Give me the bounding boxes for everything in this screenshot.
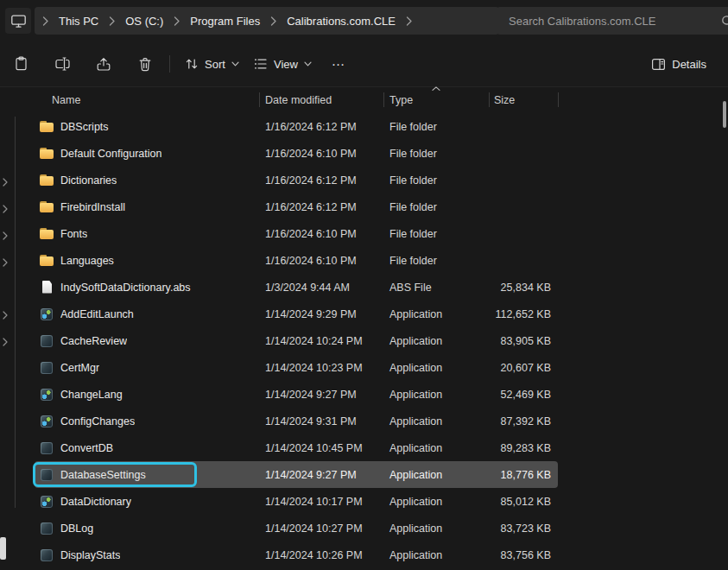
file-size: 89,283 KB — [489, 434, 558, 461]
column-header-date-modified[interactable]: Date modified — [259, 86, 383, 113]
file-row[interactable]: CacheReview 1/14/2024 10:24 PM Applicati… — [35, 327, 558, 354]
file-name-cell: Fonts — [35, 220, 259, 247]
tree-expand-chevron-icon[interactable] — [3, 205, 8, 213]
details-button-label: Details — [672, 58, 706, 71]
search-input[interactable] — [507, 14, 721, 28]
file-name: DBLog — [60, 522, 93, 535]
ellipsis-icon: … — [332, 54, 346, 74]
column-header-label: Date modified — [265, 94, 332, 106]
file-row[interactable]: Default Configuration 1/16/2024 6:10 PM … — [35, 140, 558, 167]
chevron-right-icon[interactable] — [171, 16, 182, 26]
search-icon[interactable] — [721, 15, 728, 28]
file-name: FirebirdInstall — [60, 201, 125, 213]
folder-icon — [40, 174, 54, 187]
file-name: DataDictionary — [60, 496, 131, 508]
column-header-name[interactable]: Name — [35, 86, 259, 113]
file-size: 83,723 KB — [489, 515, 558, 542]
vertical-scrollbar[interactable] — [721, 86, 728, 570]
scrollbar-thumb[interactable] — [723, 101, 726, 128]
tree-expand-chevron-icon[interactable] — [3, 231, 8, 240]
file-type: Application — [383, 408, 489, 434]
file-type: File folder — [383, 167, 489, 193]
file-type: File folder — [383, 113, 489, 140]
file-row[interactable]: DBLog 1/14/2024 10:27 PM Application 83,… — [35, 515, 558, 542]
file-size: 85,012 KB — [489, 488, 558, 515]
tree-expand-chevron-icon[interactable] — [3, 178, 8, 187]
column-resize-divider[interactable] — [259, 92, 260, 107]
sort-arrows-icon — [185, 57, 199, 71]
file-row[interactable]: CertMgr 1/14/2024 10:23 PM Application 2… — [35, 354, 558, 381]
file-type: ABS File — [383, 274, 489, 301]
file-row[interactable]: Languages 1/16/2024 6:10 PM File folder — [35, 247, 558, 274]
file-type: File folder — [383, 193, 489, 220]
this-pc-button[interactable] — [5, 8, 31, 34]
breadcrumb-item-calibrations[interactable]: Calibrations.com.CLE — [279, 10, 403, 32]
file-date-modified: 1/14/2024 9:31 PM — [259, 408, 383, 434]
chevron-right-icon[interactable] — [106, 16, 117, 26]
file-type: Application — [383, 434, 489, 461]
sort-button[interactable]: Sort — [178, 50, 246, 78]
file-row[interactable]: ChangeLang 1/14/2024 9:27 PM Application… — [35, 381, 558, 408]
file-name-cell: ChangeLang — [35, 381, 259, 408]
delete-button[interactable] — [131, 50, 159, 78]
details-button[interactable]: Details — [644, 50, 719, 78]
file-name: DBScripts — [60, 121, 109, 133]
application-icon — [40, 307, 54, 321]
file-row[interactable]: DisplayStats 1/14/2024 10:26 PM Applicat… — [35, 542, 558, 568]
paste-button[interactable] — [7, 50, 35, 78]
more-options-button[interactable]: … — [325, 50, 352, 78]
tree-expand-chevron-icon[interactable] — [3, 311, 8, 320]
share-button[interactable] — [90, 50, 117, 78]
application-icon — [40, 522, 54, 535]
file-name: ChangeLang — [60, 389, 123, 401]
chevron-right-icon[interactable] — [268, 16, 279, 26]
nav-pane-scrollbar-thumb[interactable] — [0, 537, 6, 560]
view-list-icon — [254, 58, 268, 70]
file-row[interactable]: Dictionaries 1/16/2024 6:12 PM File fold… — [35, 167, 558, 193]
file-size: 52,469 KB — [489, 381, 558, 408]
file-row[interactable]: DataDictionary 1/14/2024 10:17 PM Applic… — [35, 488, 558, 515]
column-resize-divider[interactable] — [489, 92, 490, 107]
column-resize-divider[interactable] — [558, 92, 559, 107]
column-resize-divider[interactable] — [383, 92, 384, 107]
file-type: Application — [383, 515, 489, 542]
file-row[interactable]: ConvertDB 1/14/2024 10:45 PM Application… — [35, 434, 558, 461]
file-date-modified: 1/14/2024 9:27 PM — [259, 461, 383, 488]
breadcrumb-item-this-pc[interactable]: This PC — [51, 10, 106, 32]
file-type: Application — [383, 354, 489, 381]
file-size — [489, 247, 558, 274]
breadcrumb-item-program-files[interactable]: Program Files — [182, 10, 268, 32]
file-date-modified: 1/16/2024 6:12 PM — [259, 113, 383, 140]
file-row[interactable]: FirebirdInstall 1/16/2024 6:12 PM File f… — [35, 193, 558, 220]
computer-icon — [10, 14, 27, 28]
file-name: Languages — [60, 255, 114, 267]
file-row[interactable]: DatabaseSettings 1/14/2024 9:27 PM Appli… — [35, 461, 558, 488]
command-bar: Sort View … Details — [0, 41, 728, 87]
file-size: 112,652 KB — [489, 301, 558, 327]
file-name-cell: Dictionaries — [35, 167, 259, 193]
tree-expand-chevron-icon[interactable] — [3, 338, 8, 346]
chevron-right-icon[interactable] — [40, 16, 51, 26]
file-type: Application — [383, 301, 489, 327]
application-icon — [40, 441, 54, 455]
file-date-modified: 1/14/2024 10:17 PM — [259, 488, 383, 515]
tree-expand-chevron-icon[interactable] — [3, 258, 8, 267]
chevron-right-icon[interactable] — [403, 16, 415, 26]
column-header-size[interactable]: Size — [489, 86, 558, 113]
file-row[interactable]: IndySoftDataDictionary.abs 1/3/2024 9:44… — [35, 274, 558, 301]
file-row[interactable]: Fonts 1/16/2024 6:10 PM File folder — [35, 220, 558, 247]
file-name-cell: DBScripts — [35, 113, 259, 140]
search-box[interactable] — [497, 7, 728, 35]
view-button[interactable]: View — [247, 50, 319, 78]
pane-separator-line — [15, 117, 16, 508]
file-name-cell: IndySoftDataDictionary.abs — [35, 274, 259, 301]
file-name: Fonts — [60, 228, 87, 240]
file-row[interactable]: ConfigChanges 1/14/2024 9:31 PM Applicat… — [35, 408, 558, 434]
breadcrumb-item-os-c[interactable]: OS (C:) — [117, 10, 171, 32]
file-row[interactable]: DBScripts 1/16/2024 6:12 PM File folder — [35, 113, 558, 140]
file-name-cell: ConvertDB — [35, 434, 259, 461]
rename-button[interactable] — [48, 50, 76, 78]
file-date-modified: 1/16/2024 6:10 PM — [259, 247, 383, 274]
file-row[interactable]: AddEditLaunch 1/14/2024 9:29 PM Applicat… — [35, 301, 558, 327]
file-name: ConvertDB — [60, 442, 113, 454]
